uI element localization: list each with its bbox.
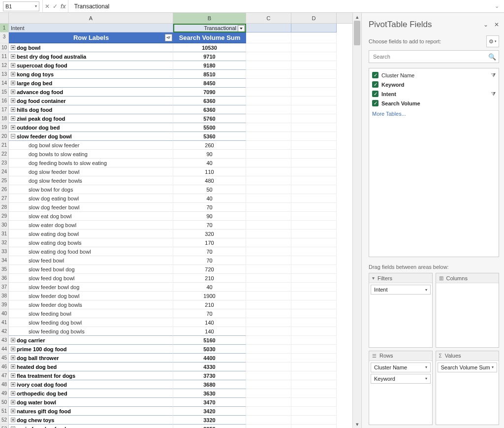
row-label-cell[interactable]: slow eating dog food bowl (9, 247, 173, 256)
row-header[interactable]: 29 (0, 212, 9, 221)
empty-cell[interactable] (291, 88, 337, 97)
row-label-cell[interactable]: slow feeder bowl dog (9, 283, 173, 292)
row-label-cell[interactable]: heated dog bed (9, 362, 173, 371)
value-cell[interactable]: 170 (173, 238, 246, 247)
col-header-C[interactable]: C (246, 13, 291, 23)
value-cell[interactable]: 8450 (173, 79, 246, 88)
empty-cell[interactable] (291, 283, 337, 292)
row-header[interactable]: 47 (0, 371, 9, 380)
empty-cell[interactable] (246, 300, 291, 309)
empty-cell[interactable] (291, 97, 337, 105)
row-header[interactable]: 48 (0, 380, 9, 389)
empty-cell[interactable] (291, 79, 337, 88)
empty-cell[interactable] (246, 416, 291, 425)
funnel-icon[interactable]: ⧩ (491, 72, 496, 78)
value-cell[interactable]: 70 (173, 309, 246, 318)
row-label-cell[interactable]: slow feeder dog bowl (9, 292, 173, 300)
checkbox-checked-icon[interactable]: ✓ (372, 72, 378, 78)
value-cell[interactable]: 70 (173, 203, 246, 212)
row-header[interactable]: 22 (0, 150, 9, 159)
value-cell[interactable]: 40 (173, 283, 246, 292)
row-header[interactable]: 37 (0, 283, 9, 292)
value-cell[interactable]: 7090 (173, 88, 246, 97)
value-cell[interactable]: 70 (173, 221, 246, 230)
expand-icon[interactable] (11, 382, 15, 387)
empty-cell[interactable] (291, 327, 337, 336)
row-header[interactable]: 3 (0, 33, 9, 43)
scroll-down-icon[interactable]: ▾ (353, 420, 361, 428)
value-cell[interactable]: 4330 (173, 362, 246, 371)
empty-cell[interactable] (246, 389, 291, 398)
empty-cell[interactable] (291, 265, 337, 274)
value-cell[interactable]: 3420 (173, 407, 246, 416)
collapse-icon[interactable] (11, 134, 15, 138)
row-label-cell[interactable]: kong dog toys (9, 70, 173, 79)
empty-cell[interactable] (246, 159, 291, 167)
value-cell[interactable]: 140 (173, 327, 246, 336)
empty-cell[interactable] (246, 318, 291, 327)
value-cell[interactable]: 210 (173, 300, 246, 309)
expand-formula-icon[interactable]: ⌄ (493, 3, 501, 9)
empty-cell[interactable] (291, 52, 337, 61)
row-header[interactable]: 11 (0, 52, 9, 61)
row-label-cell[interactable]: dog food container (9, 97, 173, 105)
empty-cell[interactable] (246, 283, 291, 292)
expand-icon[interactable] (11, 391, 15, 395)
area-filters[interactable]: ▾Filters Intent▾ (369, 273, 433, 348)
empty-cell[interactable] (246, 425, 291, 428)
expand-icon[interactable] (11, 45, 15, 50)
row-label-cell[interactable]: large dog bed (9, 79, 173, 88)
value-cell[interactable]: 6360 (173, 97, 246, 105)
value-cell[interactable]: 110 (173, 167, 246, 176)
col-header-A[interactable]: A (9, 13, 173, 23)
row-label-cell[interactable]: dog carrier (9, 336, 173, 345)
row-header[interactable]: 38 (0, 292, 9, 300)
empty-cell[interactable] (246, 407, 291, 416)
area-values[interactable]: ΣValues Search Volume Sum▾ (436, 351, 500, 426)
row-label-cell[interactable]: dog bowl slow feeder (9, 141, 173, 150)
cancel-icon[interactable]: ✕ (45, 3, 50, 9)
field-row[interactable]: ✓Keyword (372, 80, 496, 89)
value-cell[interactable]: 3680 (173, 380, 246, 389)
scroll-up-icon[interactable]: ▴ (353, 13, 361, 21)
value-cell[interactable]: 8510 (173, 70, 246, 79)
row-label-cell[interactable]: grain free dog food (9, 425, 173, 428)
row-header[interactable]: 12 (0, 61, 9, 70)
vertical-scrollbar[interactable]: ▴ ▾ (352, 13, 361, 428)
row-header[interactable]: 1 (0, 24, 9, 33)
row-header[interactable]: 42 (0, 327, 9, 336)
expand-icon[interactable] (11, 338, 15, 342)
value-cell[interactable]: 3730 (173, 371, 246, 380)
row-label-cell[interactable]: natures gift dog food (9, 407, 173, 416)
value-cell[interactable]: 5160 (173, 336, 246, 345)
empty-cell[interactable] (246, 247, 291, 256)
row-header[interactable]: 31 (0, 230, 9, 238)
expand-icon[interactable] (11, 400, 15, 404)
empty-cell[interactable] (291, 380, 337, 389)
value-cell[interactable]: 9710 (173, 52, 246, 61)
row-header[interactable]: 15 (0, 88, 9, 97)
empty-cell[interactable] (291, 292, 337, 300)
empty-cell[interactable] (246, 114, 291, 123)
row-header[interactable]: 53 (0, 425, 9, 428)
value-cell[interactable]: 70 (173, 247, 246, 256)
value-cell[interactable]: 5760 (173, 114, 246, 123)
row-label-cell[interactable]: slow feed bowl dog (9, 265, 173, 274)
row-header[interactable]: 50 (0, 398, 9, 407)
expand-icon[interactable] (11, 107, 15, 112)
empty-cell[interactable] (246, 354, 291, 362)
area-rows[interactable]: ☰Rows Cluster Name▾Keyword▾ (369, 351, 433, 426)
value-cell[interactable]: 260 (173, 141, 246, 150)
row-label-cell[interactable]: flea treatment for dogs (9, 371, 173, 380)
empty-cell[interactable] (246, 336, 291, 345)
empty-cell[interactable] (291, 416, 337, 425)
field-row[interactable]: ✓Cluster Name⧩ (372, 70, 496, 80)
name-box[interactable]: B1 ▾ (3, 1, 39, 11)
area-chip[interactable]: Cluster Name▾ (371, 362, 431, 372)
empty-cell[interactable] (246, 380, 291, 389)
empty-cell[interactable] (291, 230, 337, 238)
value-cell[interactable]: 5360 (173, 132, 246, 141)
row-header[interactable]: 14 (0, 79, 9, 88)
empty-cell[interactable] (246, 327, 291, 336)
row-label-cell[interactable]: dog ball thrower (9, 354, 173, 362)
